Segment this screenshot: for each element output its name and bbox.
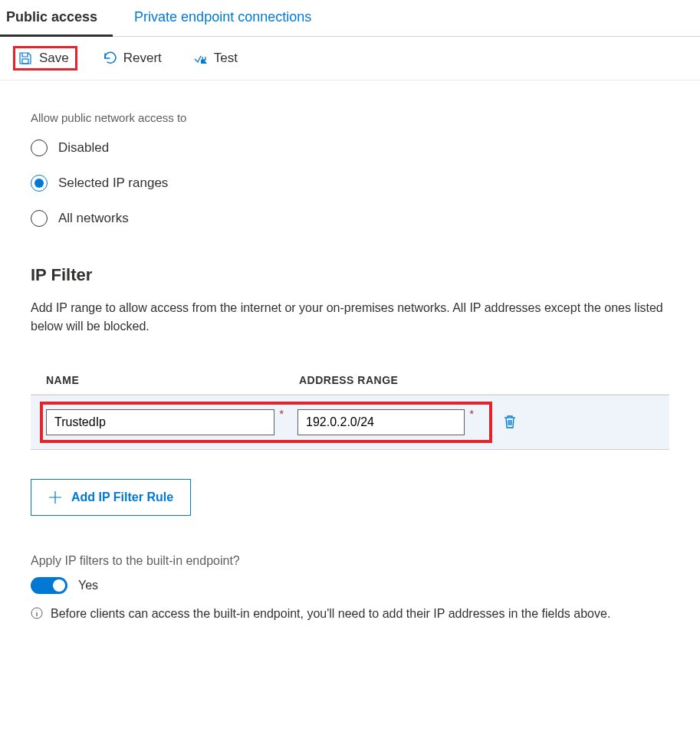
ipfilter-description: Add IP range to allow access from the in… — [31, 299, 669, 336]
access-label: Allow public network access to — [31, 111, 669, 124]
apply-info-text: Before clients can access the built-in e… — [51, 605, 610, 623]
add-button-label: Add IP Filter Rule — [71, 490, 173, 504]
toolbar: Save Revert Test — [0, 37, 700, 80]
add-ip-filter-button[interactable]: Add IP Filter Rule — [31, 479, 191, 516]
apply-toggle[interactable] — [31, 577, 67, 594]
apply-toggle-row: Yes — [31, 577, 669, 594]
radio-selected-label: Selected IP ranges — [58, 176, 168, 191]
content: Allow public network access to Disabled … — [0, 80, 700, 638]
revert-label: Revert — [123, 51, 162, 66]
test-button[interactable]: Test — [186, 46, 244, 71]
rule-name-input[interactable] — [46, 409, 274, 435]
required-indicator: * — [280, 408, 284, 420]
test-label: Test — [214, 51, 238, 66]
radio-all-label: All networks — [58, 211, 129, 226]
radio-circle-icon — [31, 210, 48, 227]
tab-private-endpoint[interactable]: Private endpoint connections — [128, 0, 327, 37]
ipfilter-row: * * — [31, 395, 669, 450]
radio-circle-icon — [31, 139, 48, 156]
access-radio-group: Disabled Selected IP ranges All networks — [31, 139, 669, 227]
save-label: Save — [39, 51, 69, 66]
apply-section: Apply IP filters to the built-in endpoin… — [31, 554, 669, 623]
toggle-thumb — [53, 579, 65, 592]
radio-all-networks[interactable]: All networks — [31, 210, 669, 227]
required-indicator: * — [470, 408, 474, 420]
svg-rect-0 — [22, 59, 28, 64]
toggle-value: Yes — [78, 579, 98, 592]
radio-circle-icon — [31, 175, 48, 192]
apply-info: Before clients can access the built-in e… — [31, 605, 669, 623]
radio-disabled[interactable]: Disabled — [31, 139, 669, 156]
column-address: ADDRESS RANGE — [299, 374, 498, 386]
tab-public-access[interactable]: Public access — [0, 0, 113, 37]
save-icon — [18, 51, 33, 66]
info-icon — [31, 607, 43, 619]
ipfilter-table-header: NAME ADDRESS RANGE — [31, 366, 669, 395]
revert-button[interactable]: Revert — [96, 46, 168, 71]
plus-icon — [48, 490, 62, 504]
radio-disabled-label: Disabled — [58, 140, 109, 156]
revert-icon — [102, 51, 117, 66]
delete-rule-button[interactable] — [503, 414, 517, 431]
save-button[interactable]: Save — [13, 46, 77, 71]
test-icon — [192, 51, 208, 66]
trash-icon — [503, 414, 517, 429]
radio-selected-ip[interactable]: Selected IP ranges — [31, 175, 669, 192]
apply-label: Apply IP filters to the built-in endpoin… — [31, 554, 669, 568]
column-name: NAME — [46, 374, 299, 386]
rule-address-input[interactable] — [297, 409, 465, 435]
ipfilter-heading: IP Filter — [31, 265, 669, 285]
tab-bar: Public access Private endpoint connectio… — [0, 0, 700, 37]
